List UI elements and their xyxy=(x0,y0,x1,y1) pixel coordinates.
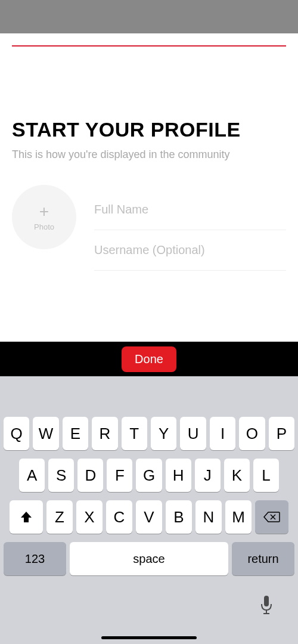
key-a[interactable]: A xyxy=(19,459,45,492)
shift-key[interactable] xyxy=(10,500,43,534)
virtual-keyboard: Q W E R T Y U I O P A S D F G H J K L Z … xyxy=(0,376,298,644)
key-y[interactable]: Y xyxy=(151,417,176,450)
home-indicator[interactable] xyxy=(101,636,197,639)
key-m[interactable]: M xyxy=(225,500,252,534)
keyboard-accessory-bar: Done xyxy=(0,342,298,376)
dictation-button[interactable] xyxy=(259,595,274,616)
key-l[interactable]: L xyxy=(253,459,279,492)
username-input[interactable] xyxy=(94,230,286,271)
key-z[interactable]: Z xyxy=(46,500,73,534)
key-k[interactable]: K xyxy=(224,459,250,492)
key-t[interactable]: T xyxy=(122,417,147,450)
content-area: START YOUR PROFILE This is how you're di… xyxy=(0,47,298,161)
input-fields xyxy=(94,185,286,271)
key-f[interactable]: F xyxy=(107,459,132,492)
key-r[interactable]: R xyxy=(92,417,117,450)
key-d[interactable]: D xyxy=(77,459,103,492)
svg-rect-0 xyxy=(264,596,269,606)
key-o[interactable]: O xyxy=(239,417,265,450)
key-b[interactable]: B xyxy=(166,500,192,534)
mic-area xyxy=(0,584,298,616)
key-w[interactable]: W xyxy=(33,417,58,450)
key-v[interactable]: V xyxy=(136,500,162,534)
keyboard-row-2: A S D F G H J K L xyxy=(0,459,298,492)
key-j[interactable]: J xyxy=(195,459,221,492)
key-q[interactable]: Q xyxy=(4,417,29,450)
delete-key[interactable] xyxy=(255,500,288,534)
key-n[interactable]: N xyxy=(195,500,222,534)
keyboard-row-3: Z X C V B N M xyxy=(0,500,298,534)
numbers-key[interactable]: 123 xyxy=(4,542,66,575)
key-h[interactable]: H xyxy=(166,459,191,492)
return-key[interactable]: return xyxy=(232,542,294,575)
key-u[interactable]: U xyxy=(180,417,206,450)
key-c[interactable]: C xyxy=(106,500,132,534)
shift-icon xyxy=(20,510,33,524)
key-x[interactable]: X xyxy=(76,500,103,534)
fullname-input[interactable] xyxy=(94,190,286,230)
plus-icon: + xyxy=(39,203,49,220)
space-key[interactable]: space xyxy=(70,542,228,575)
page-subtitle: This is how you're displayed in the comm… xyxy=(12,148,286,161)
keyboard-row-4: 123 space return xyxy=(0,542,298,575)
key-i[interactable]: I xyxy=(210,417,235,450)
key-p[interactable]: P xyxy=(269,417,294,450)
keyboard-row-1: Q W E R T Y U I O P xyxy=(0,417,298,450)
photo-label: Photo xyxy=(34,222,54,231)
key-s[interactable]: S xyxy=(48,459,74,492)
page-title: START YOUR PROFILE xyxy=(12,118,286,141)
key-e[interactable]: E xyxy=(63,417,88,450)
key-g[interactable]: G xyxy=(136,459,162,492)
done-button[interactable]: Done xyxy=(122,346,176,372)
profile-form: + Photo xyxy=(0,161,298,271)
delete-icon xyxy=(263,511,280,523)
status-bar xyxy=(0,0,298,33)
add-photo-button[interactable]: + Photo xyxy=(12,185,76,249)
